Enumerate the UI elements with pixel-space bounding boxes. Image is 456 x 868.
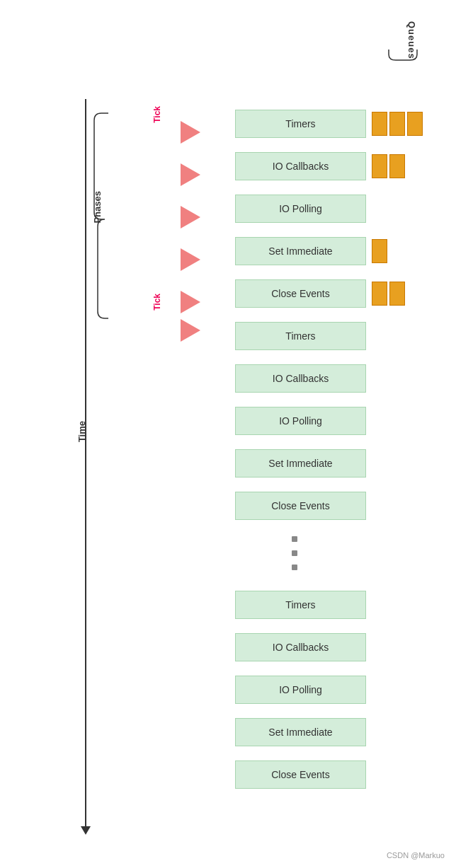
queues-brace-svg (385, 46, 435, 64)
phase-box-ce-3: Close Events (235, 760, 366, 789)
phase-box-si-3: Set Immediate (235, 718, 366, 746)
phase-box-ce-2: Close Events (235, 492, 366, 520)
tick-arrow-6 (181, 319, 200, 342)
tick-bottom-label: Tick (152, 294, 162, 311)
diagram-container: Queues Time Phases Tick Tick Timers IO C… (0, 0, 456, 868)
tick-top-label: Tick (152, 106, 162, 123)
queue-block-t1-1 (372, 112, 387, 136)
phase-box-iop-3: IO Polling (235, 676, 366, 704)
phase-box-iop-1: IO Polling (235, 195, 366, 223)
tick-arrow-1 (181, 121, 200, 144)
time-axis-arrow (81, 826, 91, 835)
time-label: Time (76, 421, 87, 442)
tick-arrow-3 (181, 206, 200, 228)
phase-box-iocb-2: IO Callbacks (235, 364, 366, 393)
watermark: CSDN @Markuo (387, 851, 445, 860)
queue-block-si1-1 (372, 239, 387, 263)
phase-box-ce-1: Close Events (235, 279, 366, 308)
phases-label: Phases (92, 191, 103, 224)
continuation-dot-2 (292, 550, 297, 556)
continuation-dot-3 (292, 565, 297, 570)
queue-block-ce1-2 (389, 282, 405, 306)
phase-box-timers-1: Timers (235, 110, 366, 138)
phase-box-si-2: Set Immediate (235, 449, 366, 478)
queue-block-iocb1-1 (372, 154, 387, 178)
phase-box-iocb-3: IO Callbacks (235, 633, 366, 661)
queue-block-iocb1-2 (389, 154, 405, 178)
tick-arrow-4 (181, 248, 200, 271)
tick-arrow-5 (181, 291, 200, 313)
queue-block-t1-3 (407, 112, 423, 136)
phase-box-si-1: Set Immediate (235, 237, 366, 265)
phase-box-iocb-1: IO Callbacks (235, 152, 366, 180)
phase-box-iop-2: IO Polling (235, 407, 366, 435)
queue-block-t1-2 (389, 112, 405, 136)
queue-block-ce1-1 (372, 282, 387, 306)
tick-arrow-2 (181, 163, 200, 186)
phase-box-timers-3: Timers (235, 591, 366, 619)
time-axis (85, 99, 86, 828)
phase-box-timers-2: Timers (235, 322, 366, 350)
continuation-dot-1 (292, 536, 297, 542)
